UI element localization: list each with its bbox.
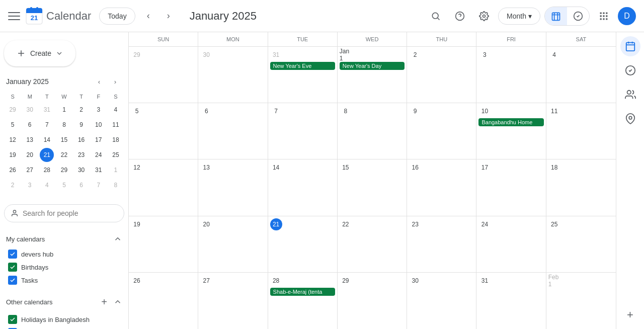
cell-dec31[interactable]: 31 New Year's Eve	[268, 47, 338, 103]
cell-dec30[interactable]: 30	[198, 47, 268, 103]
search-button[interactable]	[426, 6, 446, 26]
date-jan28[interactable]: 28	[270, 275, 282, 287]
cell-jan8[interactable]: 8	[338, 103, 407, 159]
cell-jan26[interactable]: 26	[129, 273, 198, 329]
cell-jan14[interactable]: 14	[268, 159, 338, 215]
date-jan3[interactable]: 3	[478, 49, 491, 61]
cell-jan6[interactable]: 6	[198, 103, 268, 159]
date-jan31[interactable]: 31	[478, 275, 491, 287]
date-feb1[interactable]: Feb 1	[548, 275, 560, 287]
date-dec29[interactable]: 29	[131, 49, 143, 61]
mini-day[interactable]: 5	[57, 178, 71, 192]
mini-day[interactable]: 15	[57, 133, 71, 147]
cell-jan18[interactable]: 18	[546, 159, 616, 215]
mini-next-btn[interactable]: ›	[108, 74, 122, 89]
date-jan12[interactable]: 12	[131, 161, 143, 174]
settings-button[interactable]	[474, 6, 494, 26]
search-people-field[interactable]	[4, 204, 124, 222]
mini-day[interactable]: 2	[74, 103, 89, 117]
cell-jan5[interactable]: 5	[129, 103, 198, 159]
mini-day[interactable]: 30	[23, 103, 37, 117]
date-jan7[interactable]: 7	[270, 105, 282, 117]
cell-jan4[interactable]: 4	[546, 47, 616, 103]
date-jan15[interactable]: 15	[340, 161, 352, 174]
mini-day[interactable]: 28	[40, 163, 54, 177]
cell-jan19[interactable]: 19	[129, 216, 198, 272]
grid-button[interactable]	[594, 6, 614, 26]
mini-day[interactable]: 3	[92, 103, 106, 117]
mini-day[interactable]: 29	[6, 103, 20, 117]
mini-day[interactable]: 5	[6, 118, 20, 132]
mini-day[interactable]: 4	[40, 178, 54, 192]
mini-day[interactable]: 7	[92, 178, 106, 192]
date-jan29[interactable]: 29	[340, 275, 352, 287]
mini-day[interactable]: 13	[23, 133, 37, 147]
date-jan1[interactable]: Jan 1	[340, 49, 352, 61]
my-calendars-header[interactable]: My calendars	[4, 230, 124, 248]
cell-feb1[interactable]: Feb 1	[546, 273, 616, 329]
cell-jan16[interactable]: 16	[407, 159, 476, 215]
mini-day[interactable]: 31	[92, 163, 106, 177]
cell-jan24[interactable]: 24	[476, 216, 546, 272]
panel-people-icon[interactable]	[620, 85, 640, 105]
mini-day[interactable]: 6	[23, 118, 37, 132]
mini-day[interactable]: 16	[74, 133, 89, 147]
cell-jan3[interactable]: 3	[476, 47, 546, 103]
mini-day[interactable]: 1	[57, 103, 71, 117]
mini-day-today[interactable]: 21	[40, 148, 54, 162]
date-jan14[interactable]: 14	[270, 161, 282, 174]
event-bangabandhu[interactable]: Bangabandhu Home	[478, 118, 543, 126]
mini-day[interactable]: 14	[40, 133, 54, 147]
mini-day[interactable]: 4	[109, 103, 123, 117]
mini-day[interactable]: 30	[74, 163, 89, 177]
event-new-years-eve[interactable]: New Year's Eve	[270, 62, 335, 70]
mini-day[interactable]: 20	[23, 148, 37, 162]
menu-icon[interactable]	[8, 10, 20, 22]
date-jan17[interactable]: 17	[478, 161, 491, 174]
date-jan21-today[interactable]: 21	[270, 218, 282, 230]
mini-day[interactable]: 23	[74, 148, 89, 162]
date-jan10[interactable]: 10	[478, 105, 491, 117]
mini-day[interactable]: 26	[6, 163, 20, 177]
event-shab-e-meraj[interactable]: Shab-e-Meraj (tenta	[270, 288, 335, 296]
mini-day[interactable]: 24	[92, 148, 106, 162]
panel-calendar-icon[interactable]	[620, 36, 640, 56]
cell-jan10[interactable]: 10 Bangabandhu Home	[476, 103, 546, 159]
cell-jan29[interactable]: 29	[338, 273, 407, 329]
mini-day[interactable]: 31	[40, 103, 54, 117]
cell-jan21[interactable]: 21	[268, 216, 338, 272]
mini-day[interactable]: 9	[74, 118, 89, 132]
next-arrow[interactable]: ›	[159, 7, 178, 25]
date-jan23[interactable]: 23	[409, 218, 421, 230]
calendar-view-btn[interactable]	[545, 7, 567, 25]
create-button[interactable]: Create	[4, 40, 75, 66]
cell-jan12[interactable]: 12	[129, 159, 198, 215]
cell-dec29[interactable]: 29	[129, 47, 198, 103]
event-new-years-day[interactable]: New Year's Day	[340, 62, 405, 70]
mini-day[interactable]: 10	[92, 118, 106, 132]
mini-day[interactable]: 6	[74, 178, 89, 192]
cell-jan15[interactable]: 15	[338, 159, 407, 215]
date-jan18[interactable]: 18	[548, 161, 560, 174]
cell-jan7[interactable]: 7	[268, 103, 338, 159]
mini-day[interactable]: 17	[92, 133, 106, 147]
mini-day[interactable]: 8	[109, 178, 123, 192]
cell-jan20[interactable]: 20	[198, 216, 268, 272]
cell-jan31[interactable]: 31	[476, 273, 546, 329]
cell-jan2[interactable]: 2	[407, 47, 476, 103]
add-calendar-button[interactable]: +	[97, 295, 111, 309]
date-jan13[interactable]: 13	[200, 161, 212, 174]
cell-jan28[interactable]: 28 Shab-e-Meraj (tenta	[268, 273, 338, 329]
mini-day[interactable]: 25	[109, 148, 123, 162]
date-jan2[interactable]: 2	[409, 49, 421, 61]
date-jan19[interactable]: 19	[131, 218, 143, 230]
cell-jan25[interactable]: 25	[546, 216, 616, 272]
today-button[interactable]: Today	[99, 8, 135, 25]
date-jan11[interactable]: 11	[548, 105, 560, 117]
mini-day[interactable]: 19	[6, 148, 20, 162]
mini-day[interactable]: 18	[109, 133, 123, 147]
avatar[interactable]: D	[618, 7, 636, 25]
date-jan8[interactable]: 8	[340, 105, 352, 117]
cell-jan27[interactable]: 27	[198, 273, 268, 329]
other-calendars-header[interactable]: Other calendars +	[4, 291, 124, 313]
